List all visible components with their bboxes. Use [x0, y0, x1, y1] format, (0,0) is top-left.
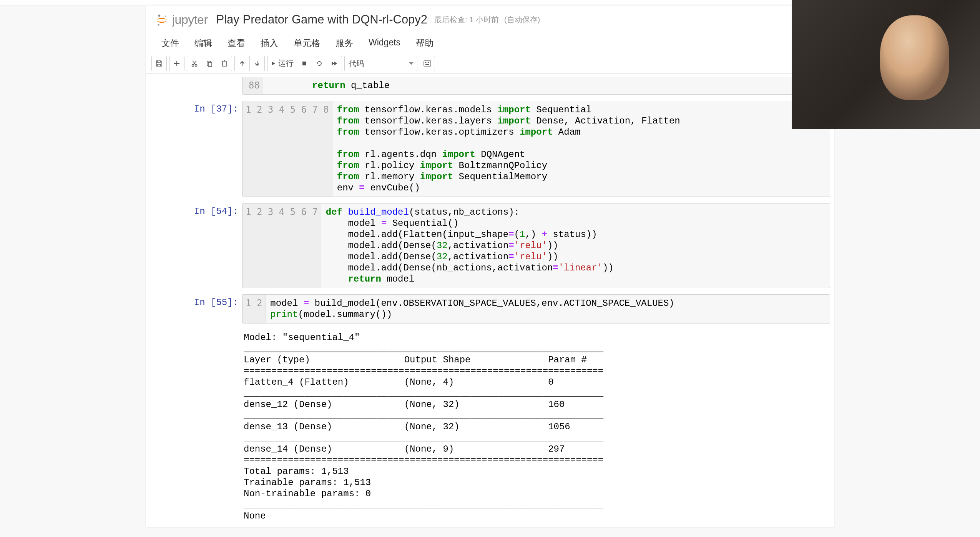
- menu-kernel[interactable]: 服务: [328, 33, 361, 54]
- code-cell-partial[interactable]: 88 return q_table: [146, 74, 834, 98]
- output-prompt: [146, 330, 242, 524]
- code-input[interactable]: 1 2 3 4 5 6 7 8 from tensorflow.keras.mo…: [242, 101, 830, 197]
- cell-prompt: In [55]:: [146, 294, 242, 324]
- cell-prompt: In [37]:: [146, 101, 242, 197]
- svg-point-1: [165, 16, 166, 17]
- svg-point-0: [158, 15, 161, 17]
- svg-rect-14: [425, 64, 429, 65]
- checkpoint-status: 最后检查: 1 小时前: [434, 15, 499, 25]
- paste-icon: [221, 60, 228, 67]
- arrow-up-icon: [239, 60, 245, 67]
- line-gutter: 1 2 3 4 5 6 7 8: [243, 101, 332, 197]
- notebook-cells: 88 return q_table In [37]: 1 2 3 4 5 6 7…: [146, 74, 834, 527]
- menu-cell[interactable]: 单元格: [286, 33, 328, 54]
- code-input[interactable]: 1 2 model = build_model(env.OBSERVATION_…: [242, 294, 830, 324]
- save-icon: [155, 60, 163, 67]
- code-content[interactable]: return q_table: [263, 77, 830, 94]
- line-gutter: 1 2 3 4 5 6 7: [243, 203, 321, 288]
- copy-button[interactable]: [202, 56, 217, 71]
- notebook-container: jupyter Play Predator Game with DQN-rl-C…: [146, 5, 834, 527]
- run-button[interactable]: 运行: [267, 56, 297, 71]
- menu-widgets[interactable]: Widgets: [361, 33, 408, 54]
- code-input[interactable]: 1 2 3 4 5 6 7 def build_model(status,nb_…: [242, 203, 830, 288]
- toolbar: 运行 代码: [146, 53, 834, 74]
- save-button[interactable]: [151, 56, 167, 71]
- menu-edit[interactable]: 编辑: [187, 33, 220, 54]
- menu-view[interactable]: 查看: [220, 33, 253, 54]
- play-icon: [271, 61, 276, 66]
- notebook-header: jupyter Play Predator Game with DQN-rl-C…: [146, 5, 834, 34]
- copy-icon: [206, 60, 213, 67]
- command-palette-button[interactable]: [420, 56, 435, 71]
- menu-file[interactable]: 文件: [154, 33, 187, 54]
- keyboard-icon: [424, 60, 431, 67]
- menubar: 文件 编辑 查看 插入 单元格 服务 Widgets 帮助 可信的: [146, 34, 834, 53]
- restart-button[interactable]: [312, 56, 327, 71]
- svg-rect-6: [208, 62, 212, 67]
- output-text: Model: "sequential_4" __________________…: [242, 330, 834, 524]
- code-input[interactable]: 88 return q_table: [242, 77, 830, 95]
- svg-point-2: [158, 24, 159, 26]
- add-cell-button[interactable]: [169, 56, 184, 71]
- line-gutter: 88: [243, 77, 263, 94]
- fast-forward-icon: [331, 61, 338, 66]
- cut-button[interactable]: [187, 56, 202, 71]
- run-label: 运行: [278, 58, 294, 68]
- line-gutter: 1 2: [243, 295, 266, 323]
- cut-icon: [191, 60, 198, 67]
- cell-prompt: In [54]:: [146, 203, 242, 288]
- jupyter-logo-icon[interactable]: [154, 12, 169, 27]
- code-content[interactable]: model = build_model(env.OBSERVATION_SPAC…: [266, 295, 830, 323]
- code-content[interactable]: def build_model(status,nb_actions): mode…: [321, 203, 830, 288]
- svg-rect-8: [224, 60, 225, 62]
- webcam-overlay: [792, 0, 980, 129]
- menu-insert[interactable]: 插入: [253, 33, 286, 54]
- svg-rect-10: [424, 61, 431, 66]
- svg-rect-9: [302, 62, 306, 65]
- paste-button[interactable]: [217, 56, 232, 71]
- code-cell-54[interactable]: In [54]: 1 2 3 4 5 6 7 def build_model(s…: [146, 200, 834, 291]
- menu-items: 文件 编辑 查看 插入 单元格 服务 Widgets 帮助: [154, 33, 441, 54]
- arrow-down-icon: [254, 60, 260, 67]
- svg-rect-7: [223, 61, 226, 66]
- restart-run-all-button[interactable]: [327, 56, 342, 71]
- move-up-button[interactable]: [234, 56, 250, 71]
- output-cell-55: Model: "sequential_4" __________________…: [146, 327, 834, 527]
- code-content[interactable]: from tensorflow.keras.models import Sequ…: [332, 101, 830, 197]
- cell-prompt: [146, 77, 242, 95]
- plus-icon: [173, 60, 180, 67]
- code-cell-55[interactable]: In [55]: 1 2 model = build_model(env.OBS…: [146, 291, 834, 327]
- svg-rect-12: [427, 62, 427, 63]
- jupyter-logo-text[interactable]: jupyter: [172, 13, 208, 27]
- svg-rect-13: [428, 62, 429, 63]
- code-cell-37[interactable]: In [37]: 1 2 3 4 5 6 7 8 from tensorflow…: [146, 98, 834, 200]
- move-down-button[interactable]: [249, 56, 265, 71]
- interrupt-button[interactable]: [297, 56, 312, 71]
- svg-rect-11: [425, 62, 426, 63]
- notebook-title[interactable]: Play Predator Game with DQN-rl-Copy2: [216, 13, 428, 27]
- cell-type-select[interactable]: 代码: [344, 56, 417, 71]
- stop-icon: [302, 61, 307, 66]
- menu-help[interactable]: 帮助: [408, 33, 441, 54]
- restart-icon: [316, 60, 323, 67]
- autosave-status: (自动保存): [504, 15, 540, 25]
